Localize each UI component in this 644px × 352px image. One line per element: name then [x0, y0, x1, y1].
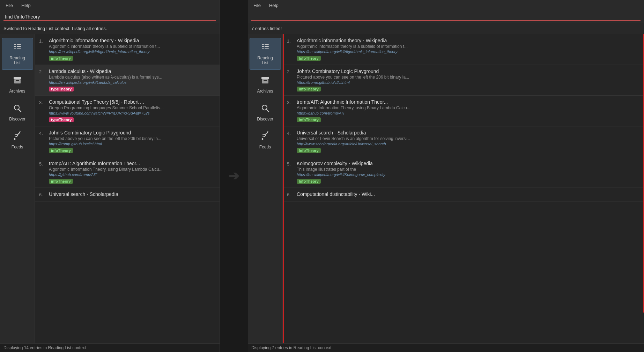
svg-point-11: [14, 138, 15, 140]
table-row[interactable]: 6. Universal search - Scholarpedia: [35, 188, 220, 201]
left-sidebar-reading-list[interactable]: ReadingList: [2, 38, 33, 70]
right-help-menu[interactable]: Help: [268, 2, 280, 9]
tag-infotheory: infoTheory: [49, 179, 73, 184]
left-sidebar-archives[interactable]: Archives: [2, 71, 33, 98]
svg-point-23: [261, 138, 263, 140]
svg-rect-20: [264, 80, 267, 81]
left-status-bottom: Displaying 14 entries in Reading List co…: [0, 343, 220, 352]
left-help-menu[interactable]: Help: [20, 2, 32, 9]
table-row[interactable]: 1. Algorithmic information theory - Wiki…: [35, 34, 220, 65]
tag-infotheory: InfoTheory: [297, 117, 321, 122]
list-icon: [13, 42, 22, 54]
tag-infotheory: InfoTheory: [297, 179, 321, 184]
right-feeds-label: Feeds: [259, 145, 271, 149]
svg-rect-8: [16, 80, 19, 81]
left-reading-list-label: ReadingList: [9, 56, 25, 65]
right-search-input[interactable]: [251, 13, 641, 21]
svg-rect-6: [14, 77, 21, 79]
left-menubar: File Help: [0, 0, 220, 11]
svg-rect-13: [262, 46, 264, 47]
table-row[interactable]: 2. John's Combinatory Logic Playground P…: [283, 65, 644, 96]
right-menubar: File Help: [248, 0, 644, 11]
right-reading-list-label: ReadingList: [257, 56, 273, 65]
right-sidebar: ReadingList Archives: [248, 34, 283, 343]
table-row[interactable]: 4. Universal search - Scholarpedia Unive…: [283, 126, 644, 157]
table-row[interactable]: 4. John's Combinatory Logic Playground P…: [35, 126, 220, 157]
svg-line-10: [18, 109, 21, 112]
svg-rect-16: [265, 46, 269, 47]
svg-rect-0: [14, 44, 16, 45]
table-row[interactable]: 5. tromp/AIT: Algorithmic Information Th…: [35, 157, 220, 188]
left-panel: File Help Switched to Reading List conte…: [0, 0, 220, 352]
right-search-bar: [248, 11, 644, 23]
right-status-top: 7 entries listed!: [248, 23, 644, 34]
archive-icon: [260, 75, 270, 87]
table-row[interactable]: 3. tromp/AIT: Algorithmic Information Th…: [283, 96, 644, 126]
right-content-area: ReadingList Archives: [248, 34, 644, 343]
tag-infotheory: InfoTheory: [297, 56, 321, 61]
right-sidebar-reading-list[interactable]: ReadingList: [250, 38, 281, 70]
tag-typetheory: typeTheory: [49, 117, 74, 122]
tag-typetheory: typeTheory: [49, 87, 74, 91]
tag-infotheory: infoTheory: [49, 56, 73, 61]
table-row[interactable]: 3. Computational Type Theory [5/5] - Rob…: [35, 96, 220, 126]
table-row[interactable]: 2. Lambda calculus - Wikipedia Lambda ca…: [35, 65, 220, 96]
svg-rect-3: [17, 44, 21, 45]
right-discover-label: Discover: [257, 117, 273, 122]
arrow-icon: ➔: [229, 169, 239, 183]
left-discover-label: Discover: [9, 117, 25, 122]
list-icon: [260, 42, 270, 54]
svg-rect-19: [262, 79, 268, 83]
left-content-area: ReadingList Archives: [0, 34, 220, 343]
arrow-divider: ➔: [220, 0, 248, 352]
svg-line-22: [266, 109, 269, 112]
left-file-menu[interactable]: File: [4, 2, 14, 9]
table-row[interactable]: 6. Computational distinctability - Wiki.…: [283, 188, 644, 201]
feeds-icon: [260, 131, 270, 143]
left-archives-label: Archives: [9, 89, 25, 94]
table-row[interactable]: 5. Kolmogorov complexity - Wikipedia Thi…: [283, 157, 644, 188]
left-sidebar-discover[interactable]: Discover: [2, 99, 33, 126]
svg-rect-14: [262, 48, 264, 49]
left-status-top: Switched to Reading List context. Listin…: [0, 23, 220, 34]
archive-icon: [13, 75, 22, 87]
right-status-bottom: Displaying 7 entries in Reading List con…: [248, 343, 644, 352]
discover-icon: [260, 103, 270, 115]
left-sidebar-feeds[interactable]: Feeds: [2, 127, 33, 154]
right-panel: File Help 7 entries listed!: [248, 0, 644, 352]
svg-rect-7: [14, 79, 21, 83]
left-search-input[interactable]: [3, 13, 216, 21]
feeds-icon: [13, 131, 22, 143]
svg-rect-18: [261, 77, 269, 79]
table-row[interactable]: 1. Algorithmic information theory - Wiki…: [283, 34, 644, 65]
right-sidebar-archives[interactable]: Archives: [250, 71, 281, 98]
tag-infotheory: InfoTheory: [297, 87, 321, 91]
svg-rect-12: [262, 44, 264, 45]
svg-rect-5: [17, 48, 21, 49]
right-archives-label: Archives: [257, 89, 273, 94]
left-feeds-label: Feeds: [12, 145, 23, 149]
right-entries-list[interactable]: 1. Algorithmic information theory - Wiki…: [283, 34, 644, 343]
tag-infotheory: InfoTheory: [297, 148, 321, 153]
svg-rect-4: [17, 46, 21, 47]
left-entries-list[interactable]: 1. Algorithmic information theory - Wiki…: [35, 34, 220, 343]
right-sidebar-discover[interactable]: Discover: [250, 99, 281, 126]
tag-infotheory: infoTheory: [49, 148, 73, 153]
right-sidebar-feeds[interactable]: Feeds: [250, 127, 281, 154]
svg-rect-1: [14, 46, 16, 47]
right-file-menu[interactable]: File: [252, 2, 262, 9]
discover-icon: [13, 103, 22, 115]
svg-rect-17: [265, 48, 269, 49]
left-sidebar: ReadingList Archives: [0, 34, 35, 343]
svg-rect-15: [265, 44, 269, 45]
left-search-bar: [0, 11, 220, 23]
svg-rect-2: [14, 48, 16, 49]
